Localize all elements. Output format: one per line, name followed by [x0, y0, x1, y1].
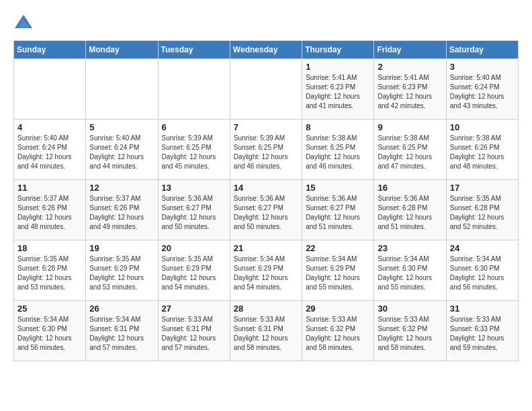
day-info: Sunrise: 5:34 AM Sunset: 6:29 PM Dayligh…	[306, 255, 370, 292]
calendar-cell: 31Sunrise: 5:33 AM Sunset: 6:33 PM Dayli…	[446, 301, 518, 361]
day-number: 30	[378, 304, 442, 314]
calendar-cell	[14, 59, 86, 120]
week-row-0: 1Sunrise: 5:41 AM Sunset: 6:23 PM Daylig…	[14, 59, 519, 120]
day-number: 7	[234, 122, 298, 132]
day-number: 29	[306, 304, 370, 314]
day-number: 5	[89, 122, 154, 132]
day-number: 28	[234, 304, 298, 314]
calendar-cell: 22Sunrise: 5:34 AM Sunset: 6:29 PM Dayli…	[302, 240, 374, 301]
week-row-2: 11Sunrise: 5:37 AM Sunset: 6:26 PM Dayli…	[14, 180, 519, 240]
day-number: 3	[450, 62, 515, 72]
day-number: 4	[17, 122, 82, 132]
day-number: 20	[162, 243, 226, 253]
calendar-cell	[86, 59, 158, 120]
day-info: Sunrise: 5:35 AM Sunset: 6:29 PM Dayligh…	[162, 255, 226, 292]
day-number: 13	[162, 183, 226, 193]
logo	[13, 13, 36, 34]
day-number: 16	[378, 183, 442, 193]
calendar-cell: 10Sunrise: 5:38 AM Sunset: 6:26 PM Dayli…	[446, 120, 518, 180]
day-number: 21	[234, 243, 298, 253]
day-info: Sunrise: 5:33 AM Sunset: 6:31 PM Dayligh…	[234, 315, 298, 353]
header-day-monday: Monday	[86, 41, 158, 59]
day-info: Sunrise: 5:40 AM Sunset: 6:24 PM Dayligh…	[17, 134, 82, 171]
day-number: 11	[17, 183, 82, 193]
calendar-cell: 7Sunrise: 5:39 AM Sunset: 6:25 PM Daylig…	[230, 120, 302, 180]
day-info: Sunrise: 5:34 AM Sunset: 6:29 PM Dayligh…	[234, 255, 298, 292]
calendar-cell: 27Sunrise: 5:33 AM Sunset: 6:31 PM Dayli…	[158, 301, 230, 361]
calendar-cell: 8Sunrise: 5:38 AM Sunset: 6:25 PM Daylig…	[302, 120, 374, 180]
calendar-cell: 26Sunrise: 5:34 AM Sunset: 6:31 PM Dayli…	[86, 301, 158, 361]
day-info: Sunrise: 5:33 AM Sunset: 6:31 PM Dayligh…	[162, 315, 226, 353]
header-row: SundayMondayTuesdayWednesdayThursdayFrid…	[14, 41, 519, 59]
calendar-table: SundayMondayTuesdayWednesdayThursdayFrid…	[13, 40, 519, 361]
day-info: Sunrise: 5:37 AM Sunset: 6:26 PM Dayligh…	[89, 194, 154, 232]
week-row-3: 18Sunrise: 5:35 AM Sunset: 6:28 PM Dayli…	[14, 240, 519, 301]
day-info: Sunrise: 5:35 AM Sunset: 6:28 PM Dayligh…	[17, 255, 82, 292]
calendar-cell: 17Sunrise: 5:35 AM Sunset: 6:28 PM Dayli…	[446, 180, 518, 240]
calendar-cell: 1Sunrise: 5:41 AM Sunset: 6:23 PM Daylig…	[302, 59, 374, 120]
calendar-cell: 13Sunrise: 5:36 AM Sunset: 6:27 PM Dayli…	[158, 180, 230, 240]
calendar-cell	[158, 59, 230, 120]
calendar-cell: 28Sunrise: 5:33 AM Sunset: 6:31 PM Dayli…	[230, 301, 302, 361]
calendar-cell: 25Sunrise: 5:34 AM Sunset: 6:30 PM Dayli…	[14, 301, 86, 361]
day-info: Sunrise: 5:37 AM Sunset: 6:26 PM Dayligh…	[17, 194, 82, 232]
calendar-cell: 19Sunrise: 5:35 AM Sunset: 6:29 PM Dayli…	[86, 240, 158, 301]
day-number: 14	[234, 183, 298, 193]
day-info: Sunrise: 5:35 AM Sunset: 6:29 PM Dayligh…	[89, 255, 154, 292]
day-number: 27	[162, 304, 226, 314]
calendar-body: 1Sunrise: 5:41 AM Sunset: 6:23 PM Daylig…	[14, 59, 519, 361]
calendar-cell: 18Sunrise: 5:35 AM Sunset: 6:28 PM Dayli…	[14, 240, 86, 301]
day-info: Sunrise: 5:40 AM Sunset: 6:24 PM Dayligh…	[450, 73, 515, 111]
week-row-4: 25Sunrise: 5:34 AM Sunset: 6:30 PM Dayli…	[14, 301, 519, 361]
day-number: 22	[306, 243, 370, 253]
calendar-cell: 5Sunrise: 5:40 AM Sunset: 6:24 PM Daylig…	[86, 120, 158, 180]
day-info: Sunrise: 5:38 AM Sunset: 6:25 PM Dayligh…	[378, 134, 442, 171]
day-number: 18	[17, 243, 82, 253]
calendar-cell: 14Sunrise: 5:36 AM Sunset: 6:27 PM Dayli…	[230, 180, 302, 240]
week-row-1: 4Sunrise: 5:40 AM Sunset: 6:24 PM Daylig…	[14, 120, 519, 180]
day-info: Sunrise: 5:39 AM Sunset: 6:25 PM Dayligh…	[234, 134, 298, 171]
calendar-header: SundayMondayTuesdayWednesdayThursdayFrid…	[14, 41, 519, 59]
day-info: Sunrise: 5:36 AM Sunset: 6:28 PM Dayligh…	[378, 194, 442, 232]
calendar-cell: 21Sunrise: 5:34 AM Sunset: 6:29 PM Dayli…	[230, 240, 302, 301]
day-number: 15	[306, 183, 370, 193]
header-day-friday: Friday	[374, 41, 446, 59]
day-number: 6	[162, 122, 226, 132]
day-info: Sunrise: 5:34 AM Sunset: 6:30 PM Dayligh…	[450, 255, 515, 292]
header-day-thursday: Thursday	[302, 41, 374, 59]
day-info: Sunrise: 5:33 AM Sunset: 6:32 PM Dayligh…	[306, 315, 370, 353]
calendar-cell: 4Sunrise: 5:40 AM Sunset: 6:24 PM Daylig…	[14, 120, 86, 180]
day-info: Sunrise: 5:38 AM Sunset: 6:25 PM Dayligh…	[306, 134, 370, 171]
day-number: 17	[450, 183, 515, 193]
day-info: Sunrise: 5:38 AM Sunset: 6:26 PM Dayligh…	[450, 134, 515, 171]
calendar-cell: 29Sunrise: 5:33 AM Sunset: 6:32 PM Dayli…	[302, 301, 374, 361]
calendar-cell: 12Sunrise: 5:37 AM Sunset: 6:26 PM Dayli…	[86, 180, 158, 240]
calendar-cell: 23Sunrise: 5:34 AM Sunset: 6:30 PM Dayli…	[374, 240, 446, 301]
calendar-cell: 11Sunrise: 5:37 AM Sunset: 6:26 PM Dayli…	[14, 180, 86, 240]
day-number: 25	[17, 304, 82, 314]
day-number: 12	[89, 183, 154, 193]
day-info: Sunrise: 5:33 AM Sunset: 6:33 PM Dayligh…	[450, 315, 515, 353]
day-number: 23	[378, 243, 442, 253]
day-info: Sunrise: 5:34 AM Sunset: 6:31 PM Dayligh…	[89, 315, 154, 353]
day-number: 8	[306, 122, 370, 132]
header-day-tuesday: Tuesday	[158, 41, 230, 59]
calendar-cell: 15Sunrise: 5:36 AM Sunset: 6:27 PM Dayli…	[302, 180, 374, 240]
calendar-cell	[230, 59, 302, 120]
day-number: 9	[378, 122, 442, 132]
header-day-sunday: Sunday	[14, 41, 86, 59]
day-info: Sunrise: 5:39 AM Sunset: 6:25 PM Dayligh…	[162, 134, 226, 171]
calendar-cell: 6Sunrise: 5:39 AM Sunset: 6:25 PM Daylig…	[158, 120, 230, 180]
header-day-wednesday: Wednesday	[230, 41, 302, 59]
day-number: 2	[378, 62, 442, 72]
day-info: Sunrise: 5:34 AM Sunset: 6:30 PM Dayligh…	[378, 255, 442, 292]
calendar-cell: 16Sunrise: 5:36 AM Sunset: 6:28 PM Dayli…	[374, 180, 446, 240]
day-info: Sunrise: 5:34 AM Sunset: 6:30 PM Dayligh…	[17, 315, 82, 353]
logo-icon	[13, 13, 34, 34]
day-number: 31	[450, 304, 515, 314]
day-number: 1	[306, 62, 370, 72]
day-info: Sunrise: 5:36 AM Sunset: 6:27 PM Dayligh…	[162, 194, 226, 232]
calendar-cell: 2Sunrise: 5:41 AM Sunset: 6:23 PM Daylig…	[374, 59, 446, 120]
day-info: Sunrise: 5:35 AM Sunset: 6:28 PM Dayligh…	[450, 194, 515, 232]
day-number: 24	[450, 243, 515, 253]
